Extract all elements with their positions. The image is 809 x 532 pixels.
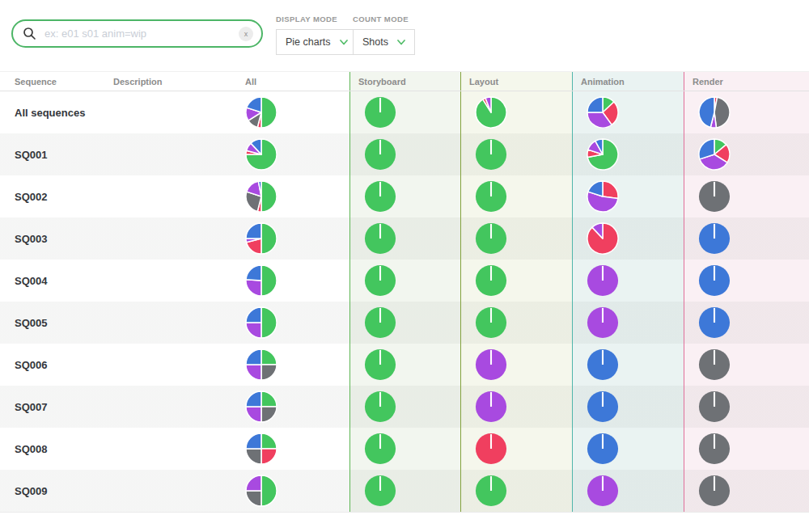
pie-chart-storyboard[interactable]	[364, 475, 396, 507]
sequence-row: SQ006	[0, 344, 809, 386]
animation-pie-cell	[572, 428, 684, 470]
pie-chart-layout[interactable]	[475, 180, 507, 213]
layout-pie-cell	[460, 217, 572, 260]
pie-chart-animation[interactable]	[587, 138, 619, 171]
pie-chart-animation[interactable]	[587, 475, 619, 507]
pie-chart-storyboard[interactable]	[364, 138, 396, 171]
render-pie-cell	[684, 91, 809, 133]
layout-pie-cell	[460, 428, 572, 470]
pie-chart-render[interactable]	[698, 138, 731, 171]
animation-pie-cell	[572, 217, 684, 260]
description-cell	[99, 91, 220, 133]
pie-chart-storyboard[interactable]	[364, 391, 396, 423]
pie-chart-animation[interactable]	[587, 306, 619, 339]
pie-chart-all[interactable]	[245, 264, 277, 297]
all-pie-cell	[220, 133, 349, 175]
pie-chart-storyboard[interactable]	[364, 222, 396, 255]
column-header-sequence: Sequence	[0, 72, 99, 91]
pie-chart-layout[interactable]	[475, 433, 507, 465]
storyboard-pie-cell	[349, 260, 460, 302]
search-box[interactable]: x	[11, 19, 263, 48]
pie-chart-layout[interactable]	[475, 348, 507, 381]
render-pie-cell	[684, 344, 809, 386]
pie-chart-all[interactable]	[245, 391, 277, 423]
sequence-name-link[interactable]: SQ007	[15, 401, 47, 413]
search-input[interactable]	[43, 27, 232, 40]
layout-pie-cell	[460, 386, 572, 428]
pie-chart-render[interactable]	[698, 433, 731, 465]
sequence-cell: SQ009	[0, 470, 99, 512]
pie-chart-storyboard[interactable]	[364, 306, 396, 339]
pie-chart-render[interactable]	[698, 391, 731, 423]
count-mode-select[interactable]: Shots	[353, 29, 415, 55]
all-pie-cell	[220, 386, 349, 428]
sequence-name-link[interactable]: SQ002	[15, 191, 47, 203]
pie-chart-storyboard[interactable]	[364, 433, 396, 465]
layout-pie-cell	[460, 91, 572, 133]
layout-pie-cell	[460, 175, 572, 217]
pie-chart-layout[interactable]	[475, 96, 507, 129]
pie-chart-all[interactable]	[245, 180, 277, 213]
pie-chart-all[interactable]	[245, 306, 277, 339]
layout-pie-cell	[460, 133, 572, 175]
description-cell	[99, 386, 220, 428]
pie-chart-storyboard[interactable]	[364, 96, 396, 129]
pie-chart-all[interactable]	[245, 138, 277, 171]
sequence-row: SQ003	[0, 217, 809, 260]
animation-pie-cell	[572, 175, 684, 217]
pie-chart-layout[interactable]	[475, 264, 507, 297]
sequence-name-link[interactable]: SQ009	[15, 485, 47, 497]
sequence-cell: SQ002	[0, 175, 99, 217]
pie-chart-animation[interactable]	[587, 180, 619, 213]
sequence-row: SQ005	[0, 302, 809, 344]
pie-chart-animation[interactable]	[587, 264, 619, 297]
pie-chart-all[interactable]	[245, 433, 277, 465]
pie-chart-render[interactable]	[698, 264, 731, 297]
layout-pie-cell	[460, 344, 572, 386]
pie-chart-storyboard[interactable]	[364, 180, 396, 213]
storyboard-pie-cell	[349, 386, 460, 428]
column-header-layout: Layout	[460, 72, 572, 91]
pie-chart-all[interactable]	[245, 96, 277, 129]
sequence-name-link[interactable]: All sequences	[15, 107, 85, 119]
pie-chart-animation[interactable]	[587, 348, 619, 381]
pie-chart-animation[interactable]	[587, 222, 619, 255]
layout-pie-cell	[460, 302, 572, 344]
display-mode-select[interactable]: Pie charts	[276, 29, 358, 55]
render-pie-cell	[684, 260, 809, 302]
sequence-table-body: All sequences SQ001 SQ002	[0, 91, 809, 513]
pie-chart-layout[interactable]	[475, 391, 507, 423]
pie-chart-render[interactable]	[698, 475, 731, 507]
sequence-row: SQ004	[0, 260, 809, 302]
sequence-cell: SQ001	[0, 133, 99, 175]
clear-search-button[interactable]: x	[239, 27, 253, 41]
sequence-name-link[interactable]: SQ005	[15, 317, 47, 329]
pie-chart-animation[interactable]	[587, 96, 619, 129]
sequence-name-link[interactable]: SQ001	[15, 149, 47, 161]
pie-chart-layout[interactable]	[475, 222, 507, 255]
pie-chart-all[interactable]	[245, 348, 277, 381]
pie-chart-render[interactable]	[698, 348, 731, 381]
animation-pie-cell	[572, 91, 684, 133]
pie-chart-layout[interactable]	[475, 475, 507, 507]
sequence-name-link[interactable]: SQ003	[15, 233, 47, 245]
sequence-row: SQ008	[0, 428, 809, 470]
pie-chart-render[interactable]	[698, 222, 731, 255]
pie-chart-animation[interactable]	[587, 433, 619, 465]
sequence-cell: SQ008	[0, 428, 99, 470]
sequence-name-link[interactable]: SQ006	[15, 359, 47, 371]
sequence-name-link[interactable]: SQ004	[15, 275, 47, 287]
all-pie-cell	[220, 217, 349, 260]
pie-chart-animation[interactable]	[587, 391, 619, 423]
pie-chart-all[interactable]	[245, 475, 277, 507]
pie-chart-render[interactable]	[698, 96, 731, 129]
sequence-name-link[interactable]: SQ008	[15, 443, 47, 455]
pie-chart-layout[interactable]	[475, 306, 507, 339]
pie-chart-render[interactable]	[698, 180, 731, 213]
pie-chart-render[interactable]	[698, 306, 731, 339]
pie-chart-storyboard[interactable]	[364, 264, 396, 297]
description-cell	[99, 470, 220, 512]
pie-chart-all[interactable]	[245, 222, 277, 255]
pie-chart-layout[interactable]	[475, 138, 507, 171]
pie-chart-storyboard[interactable]	[364, 348, 396, 381]
